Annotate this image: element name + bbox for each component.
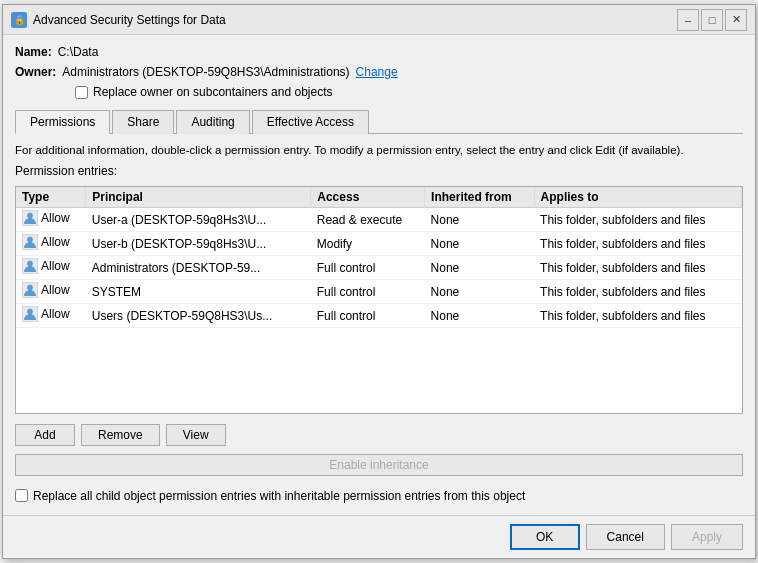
tab-auditing[interactable]: Auditing <box>176 110 249 134</box>
table-row[interactable]: AllowUser-a (DESKTOP-59q8Hs3\U...Read & … <box>16 208 742 232</box>
cell-access: Full control <box>311 304 425 328</box>
bottom-bar: OK Cancel Apply <box>3 515 755 558</box>
cell-type: Allow <box>16 208 86 232</box>
title-controls: – □ ✕ <box>677 9 747 31</box>
cell-applies: This folder, subfolders and files <box>534 304 741 328</box>
cell-access: Read & execute <box>311 208 425 232</box>
cancel-button[interactable]: Cancel <box>586 524 665 550</box>
window-title: Advanced Security Settings for Data <box>33 13 677 27</box>
cell-inherited: None <box>425 280 534 304</box>
remove-button[interactable]: Remove <box>81 424 160 446</box>
change-link[interactable]: Change <box>356 65 398 79</box>
replace-permissions-label: Replace all child object permission entr… <box>33 488 525 505</box>
permission-table-container: Type Principal Access Inherited from App… <box>15 186 743 414</box>
table-row[interactable]: AllowSYSTEMFull controlNoneThis folder, … <box>16 280 742 304</box>
name-label: Name: <box>15 45 52 59</box>
add-button[interactable]: Add <box>15 424 75 446</box>
tab-bar: Permissions Share Auditing Effective Acc… <box>15 109 743 134</box>
content-area: Name: C:\Data Owner: Administrators (DES… <box>3 35 755 515</box>
entries-label: Permission entries: <box>15 164 743 178</box>
cell-principal: User-a (DESKTOP-59q8Hs3\U... <box>86 208 311 232</box>
cell-applies: This folder, subfolders and files <box>534 208 741 232</box>
view-button[interactable]: View <box>166 424 226 446</box>
tab-share[interactable]: Share <box>112 110 174 134</box>
permission-table: Type Principal Access Inherited from App… <box>16 187 742 328</box>
name-value: C:\Data <box>58 45 99 59</box>
col-type: Type <box>16 187 86 208</box>
cell-type: Allow <box>16 304 86 328</box>
svg-point-7 <box>27 285 33 291</box>
cell-access: Modify <box>311 232 425 256</box>
cell-principal: Administrators (DESKTOP-59... <box>86 256 311 280</box>
svg-point-3 <box>27 237 33 243</box>
name-row: Name: C:\Data <box>15 45 743 59</box>
action-buttons: Add Remove View <box>15 424 743 446</box>
cell-type: Allow <box>16 280 86 304</box>
svg-point-1 <box>27 213 33 219</box>
owner-label: Owner: <box>15 65 56 79</box>
cell-applies: This folder, subfolders and files <box>534 256 741 280</box>
replace-permissions-checkbox[interactable] <box>15 489 28 502</box>
replace-permissions-row: Replace all child object permission entr… <box>15 488 743 505</box>
cell-type: Allow <box>16 232 86 256</box>
apply-button[interactable]: Apply <box>671 524 743 550</box>
svg-point-9 <box>27 309 33 315</box>
col-inherited: Inherited from <box>425 187 534 208</box>
main-window: 🔒 Advanced Security Settings for Data – … <box>2 4 756 559</box>
owner-row: Owner: Administrators (DESKTOP-59Q8HS3\A… <box>15 65 743 79</box>
tab-effective-access[interactable]: Effective Access <box>252 110 369 134</box>
owner-value: Administrators (DESKTOP-59Q8HS3\Administ… <box>62 65 349 79</box>
table-row[interactable]: AllowUsers (DESKTOP-59Q8HS3\Us...Full co… <box>16 304 742 328</box>
tab-permissions[interactable]: Permissions <box>15 110 110 134</box>
cell-access: Full control <box>311 280 425 304</box>
cell-inherited: None <box>425 232 534 256</box>
ok-button[interactable]: OK <box>510 524 580 550</box>
table-header-row: Type Principal Access Inherited from App… <box>16 187 742 208</box>
cell-applies: This folder, subfolders and files <box>534 280 741 304</box>
replace-owner-checkbox[interactable] <box>75 86 88 99</box>
table-row[interactable]: AllowAdministrators (DESKTOP-59...Full c… <box>16 256 742 280</box>
maximize-button[interactable]: □ <box>701 9 723 31</box>
close-button[interactable]: ✕ <box>725 9 747 31</box>
replace-owner-row: Replace owner on subcontainers and objec… <box>75 85 743 99</box>
window-icon: 🔒 <box>11 12 27 28</box>
cell-principal: SYSTEM <box>86 280 311 304</box>
col-applies: Applies to <box>534 187 741 208</box>
cell-type: Allow <box>16 256 86 280</box>
info-text: For additional information, double-click… <box>15 144 743 156</box>
cell-principal: Users (DESKTOP-59Q8HS3\Us... <box>86 304 311 328</box>
cell-access: Full control <box>311 256 425 280</box>
minimize-button[interactable]: – <box>677 9 699 31</box>
cell-inherited: None <box>425 208 534 232</box>
cell-principal: User-b (DESKTOP-59q8Hs3\U... <box>86 232 311 256</box>
col-principal: Principal <box>86 187 311 208</box>
replace-owner-label: Replace owner on subcontainers and objec… <box>93 85 332 99</box>
cell-inherited: None <box>425 304 534 328</box>
enable-inheritance-button[interactable]: Enable inheritance <box>15 454 743 476</box>
cell-applies: This folder, subfolders and files <box>534 232 741 256</box>
svg-point-5 <box>27 261 33 267</box>
table-row[interactable]: AllowUser-b (DESKTOP-59q8Hs3\U...ModifyN… <box>16 232 742 256</box>
cell-inherited: None <box>425 256 534 280</box>
title-bar: 🔒 Advanced Security Settings for Data – … <box>3 5 755 35</box>
col-access: Access <box>311 187 425 208</box>
